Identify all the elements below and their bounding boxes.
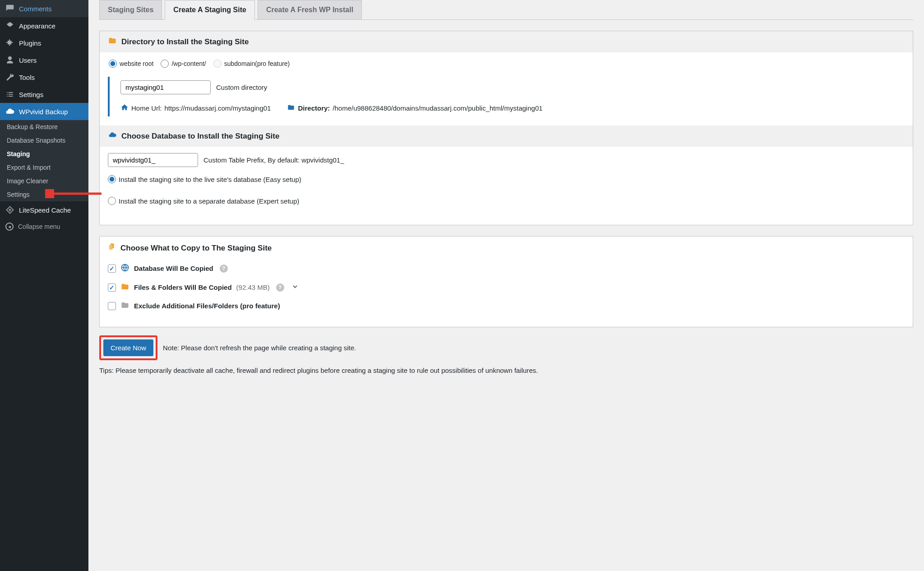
main-content: Staging Sites Create A Staging Site Crea… xyxy=(88,0,924,571)
sidebar-item-label: LiteSpeed Cache xyxy=(19,206,71,214)
sidebar-item-label: Comments xyxy=(19,5,52,13)
checkbox-exclude xyxy=(108,302,116,310)
radio-label: Install the staging site to the live sit… xyxy=(119,176,301,183)
sidebar-item-comments[interactable]: Comments xyxy=(0,0,88,17)
radio-website-root[interactable]: website root xyxy=(109,60,153,68)
sidebar-item-label: WPvivid Backup xyxy=(19,108,68,116)
tab-fresh-install[interactable]: Create A Fresh WP Install xyxy=(258,0,362,19)
panel-directory-db: Directory to Install the Staging Site we… xyxy=(99,31,913,225)
help-icon[interactable]: ? xyxy=(220,265,228,273)
collapse-menu[interactable]: ◂ Collapse menu xyxy=(0,218,88,235)
users-icon xyxy=(5,56,14,65)
section-title: Choose What to Copy to The Staging Site xyxy=(120,244,272,253)
tab-staging-sites[interactable]: Staging Sites xyxy=(99,0,162,19)
home-url-value: https://mudassarj.com/mystaging01 xyxy=(165,104,271,112)
sidebar-item-label: Settings xyxy=(19,91,43,98)
globe-icon xyxy=(120,263,129,274)
radio-subdomain: subdomain(pro feature) xyxy=(213,60,290,68)
sidebar-item-users[interactable]: Users xyxy=(0,51,88,69)
radio-label: /wp-content/ xyxy=(171,60,206,67)
panel-copy: Choose What to Copy to The Staging Site … xyxy=(99,236,913,327)
custom-directory-label: Custom directory xyxy=(216,84,267,91)
bottom-actions: Create Now Note: Please don't refresh th… xyxy=(99,327,913,374)
home-url-label: Home Url: xyxy=(131,104,162,112)
radio-db-live-input[interactable] xyxy=(108,175,116,183)
directory-details: Custom directory Home Url: https://mudas… xyxy=(108,77,905,116)
section-title: Directory to Install the Staging Site xyxy=(121,37,249,46)
sub-image-cleaner[interactable]: Image Cleaner xyxy=(0,174,88,188)
sidebar-item-label: Tools xyxy=(19,74,35,81)
sidebar-item-settings[interactable]: Settings xyxy=(0,86,88,103)
sub-db-snapshots[interactable]: Database Snapshots xyxy=(0,134,88,147)
folder-icon xyxy=(287,104,295,112)
folder-icon xyxy=(120,301,129,311)
annotation-highlight: Create Now xyxy=(99,335,157,360)
cloud-icon xyxy=(108,131,117,141)
tips-text: Tips: Please temporarily deactivate all … xyxy=(99,367,913,374)
sub-settings[interactable]: Settings xyxy=(0,188,88,201)
tools-icon xyxy=(5,73,14,82)
home-icon xyxy=(120,103,129,113)
sidebar-item-appearance[interactable]: Appearance xyxy=(0,17,88,34)
create-note: Note: Please don't refresh the page whil… xyxy=(163,344,356,352)
radio-website-root-input[interactable] xyxy=(109,60,117,68)
sub-backup-restore[interactable]: Backup & Restore xyxy=(0,120,88,134)
copy-row-exclude: Exclude Additional Files/Folders (pro fe… xyxy=(108,297,905,315)
database-radio-group: Install the staging site to the live sit… xyxy=(108,175,905,205)
appearance-icon xyxy=(5,21,14,30)
create-now-button[interactable]: Create Now xyxy=(103,339,153,356)
custom-directory-input[interactable] xyxy=(120,80,211,94)
section-copy-heading: Choose What to Copy to The Staging Site xyxy=(100,237,913,253)
sub-staging[interactable]: Staging xyxy=(0,147,88,161)
sidebar-item-wpvivid[interactable]: WPvivid Backup xyxy=(0,103,88,120)
directory-label: Directory: xyxy=(298,104,330,112)
folder-icon xyxy=(120,283,129,292)
table-prefix-label: Custom Table Prefix, By default: wpvivid… xyxy=(203,156,344,164)
copy-row-files: Files & Folders Will Be Copied (92.43 MB… xyxy=(108,278,905,297)
checkbox-files[interactable] xyxy=(108,283,116,292)
collapse-label: Collapse menu xyxy=(18,223,60,230)
sidebar-item-label: Users xyxy=(19,56,37,64)
radio-wpcontent-input[interactable] xyxy=(161,60,169,68)
radio-wpcontent[interactable]: /wp-content/ xyxy=(161,60,206,68)
copy-files-size: (92.43 MB) xyxy=(236,283,270,291)
radio-label: subdomain(pro feature) xyxy=(224,60,290,67)
comment-icon xyxy=(5,4,14,13)
directory-radio-group: website root /wp-content/ subdomain(pro … xyxy=(108,60,905,68)
radio-db-separate-input[interactable] xyxy=(108,197,116,205)
sidebar-item-plugins[interactable]: Plugins xyxy=(0,34,88,51)
litespeed-icon xyxy=(5,205,14,214)
sidebar-item-label: Appearance xyxy=(19,22,55,30)
help-icon[interactable]: ? xyxy=(276,283,284,292)
radio-db-separate[interactable]: Install the staging site to a separate d… xyxy=(108,197,905,205)
settings-icon xyxy=(5,90,14,99)
sidebar-item-label: Plugins xyxy=(19,39,41,47)
sidebar-item-tools[interactable]: Tools xyxy=(0,69,88,86)
table-prefix-input[interactable] xyxy=(108,153,198,167)
checkbox-db[interactable] xyxy=(108,265,116,273)
folder-icon xyxy=(108,37,117,47)
copy-files-label: Files & Folders Will Be Copied xyxy=(134,283,232,291)
radio-label: Install the staging site to a separate d… xyxy=(119,197,299,205)
directory-value: /home/u988628480/domains/mudassarj.com/p… xyxy=(333,104,542,112)
copy-row-database: Database Will Be Copied ? xyxy=(108,259,905,278)
section-database-heading: Choose Database to Install the Staging S… xyxy=(100,125,913,147)
radio-subdomain-input xyxy=(213,60,222,68)
section-directory-heading: Directory to Install the Staging Site xyxy=(100,31,913,52)
cloud-icon xyxy=(5,107,14,116)
copy-db-label: Database Will Be Copied xyxy=(134,265,213,272)
chevron-down-icon[interactable] xyxy=(291,283,299,292)
copy-exclude-label: Exclude Additional Files/Folders (pro fe… xyxy=(134,302,280,310)
tab-bar: Staging Sites Create A Staging Site Crea… xyxy=(99,0,913,20)
section-title: Choose Database to Install the Staging S… xyxy=(121,132,279,141)
collapse-icon: ◂ xyxy=(5,223,14,231)
sidebar-item-litespeed[interactable]: LiteSpeed Cache xyxy=(0,201,88,218)
sidebar-submenu: Backup & Restore Database Snapshots Stag… xyxy=(0,120,88,201)
radio-label: website root xyxy=(120,60,153,67)
radio-db-live[interactable]: Install the staging site to the live sit… xyxy=(108,175,905,183)
plugins-icon xyxy=(5,38,14,47)
admin-sidebar: Comments Appearance Plugins Users Tools … xyxy=(0,0,88,571)
sub-export-import[interactable]: Export & Import xyxy=(0,161,88,174)
copy-icon xyxy=(108,243,116,253)
tab-create-staging[interactable]: Create A Staging Site xyxy=(165,0,255,20)
